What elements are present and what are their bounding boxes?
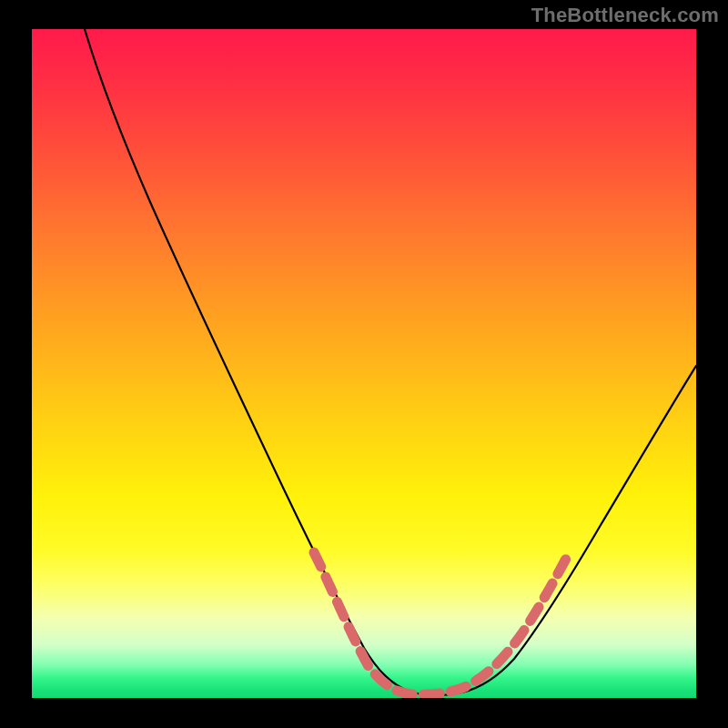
bottleneck-curve [85,29,696,695]
curve-svg [32,29,696,698]
chart-frame: TheBottleneck.com [0,0,728,728]
optimal-range-dots [314,552,567,694]
plot-area [32,29,696,698]
attribution-text: TheBottleneck.com [531,4,719,27]
